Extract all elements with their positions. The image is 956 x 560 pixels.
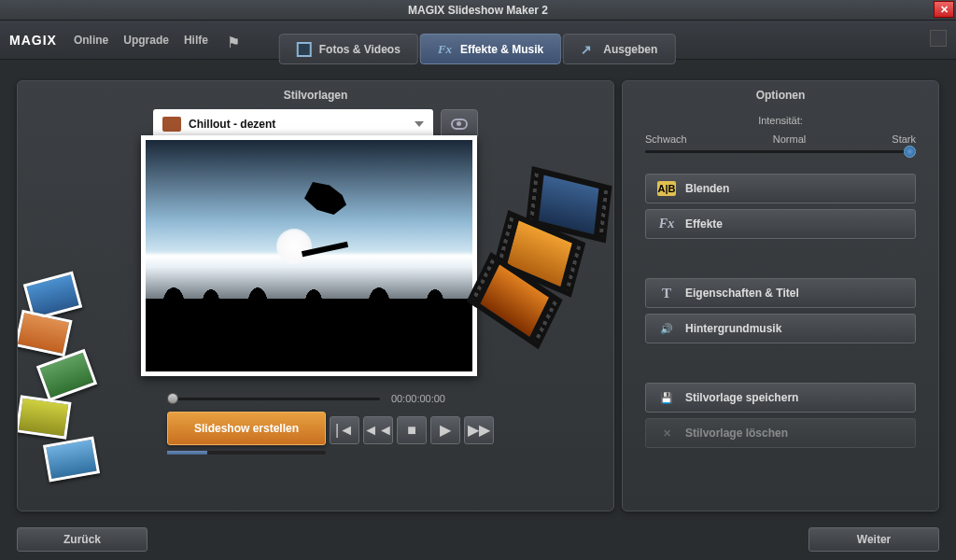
scale-weak: Schwach [645,133,687,145]
skip-start-button[interactable]: |◄ [330,416,359,444]
fast-forward-button[interactable]: ▶▶ [464,416,494,444]
chevron-down-icon [415,121,424,127]
preview-image [146,140,472,371]
progress-bar [167,451,326,455]
scale-normal: Normal [773,133,806,145]
fx-icon: Fx [438,42,453,57]
back-button[interactable]: Zurück [17,527,148,552]
effects-button[interactable]: FxEffekte [645,209,916,239]
tab-effects[interactable]: FxEffekte & Musik [420,34,561,64]
panel-styles-title: Stilvorlagen [18,81,613,109]
footer: Zurück Weiter [0,519,956,560]
panel-options: Optionen Intensität: Schwach Normal Star… [622,80,939,511]
thumb-5 [43,437,100,483]
skater-silhouette [290,177,365,252]
photo-icon [297,42,312,57]
play-button[interactable]: ▶ [430,416,460,444]
menu-online[interactable]: Online [74,34,108,47]
text-icon: T [657,286,676,301]
create-slideshow-button[interactable]: Slideshow erstellen [167,412,326,445]
titlebar: MAGIX Slideshow Maker 2 ✕ [0,0,956,21]
tab-export[interactable]: Ausgeben [563,34,675,64]
delete-icon: ✕ [657,426,676,441]
preview-frame [141,135,477,376]
intensity-slider[interactable] [645,150,916,153]
brand-logo: MAGIX [9,33,57,48]
tab-bar: Fotos & Videos FxEffekte & Musik Ausgebe… [279,34,678,64]
panel-styles: Stilvorlagen Chillout - dezent [17,80,614,511]
panel-options-title: Optionen [623,81,938,109]
progress-fill [167,451,207,455]
tab-photos[interactable]: Fotos & Videos [279,34,418,64]
timecode: 00:00:00:00 [391,393,445,404]
menu-upgrade[interactable]: Upgrade [123,34,169,47]
window-title: MAGIX Slideshow Maker 2 [408,4,548,17]
delete-style-button: ✕Stilvorlage löschen [645,418,916,448]
timeline: 00:00:00:00 [167,393,445,404]
close-icon[interactable]: ✕ [934,1,954,18]
rewind-button[interactable]: ◄◄ [363,416,393,444]
transport-controls: Slideshow erstellen |◄ ◄◄ ■ ▶ ▶▶ [167,412,494,445]
export-icon [581,42,596,57]
thumb-4 [17,395,72,439]
music-button[interactable]: 🔊Hintergrundmusik [645,314,916,343]
speaker-icon: 🔊 [657,321,676,336]
intensity-scale: Schwach Normal Stark [645,133,916,145]
photo-collage [17,221,148,483]
style-thumb-icon [162,117,181,132]
thumb-2 [17,310,73,357]
help-flag-icon[interactable]: ⚑ [227,34,240,47]
crowd-silhouette [146,299,472,371]
scale-strong: Stark [892,133,916,145]
properties-button[interactable]: TEigenschaften & Titel [645,278,916,308]
fx-icon: Fx [657,217,676,231]
timeline-handle[interactable] [167,393,178,404]
ab-icon: A|B [657,181,676,196]
style-selected-label: Chillout - dezent [189,118,275,131]
minimize-icon[interactable] [930,30,947,47]
save-icon: 💾 [657,390,676,405]
thumb-3 [36,349,97,401]
save-style-button[interactable]: 💾Stilvorlage speichern [645,383,916,413]
stop-button[interactable]: ■ [397,416,427,444]
intensity-label: Intensität: [623,115,938,126]
blend-button[interactable]: A|BBlenden [645,174,916,203]
slider-handle[interactable] [904,146,916,158]
menu-help[interactable]: Hilfe [184,34,208,47]
next-button[interactable]: Weiter [808,527,939,552]
eye-icon [451,119,468,130]
timeline-track[interactable] [167,398,380,400]
